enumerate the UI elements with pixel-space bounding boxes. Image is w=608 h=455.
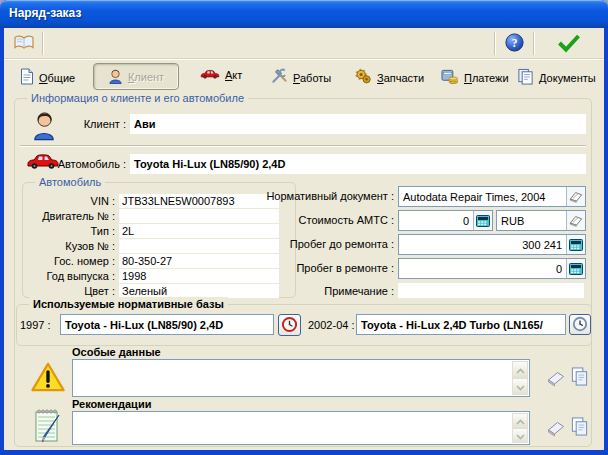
base-1997-label: 1997 : [20,319,56,331]
base-2002-label: 2002-04 : [308,319,356,331]
checkmark-icon [556,33,582,55]
mileage-during-label: Пробег в ремонте : [214,262,394,274]
window-content: ? Общие Клиент Акт Работы [4,28,604,450]
mileage-before-label: Пробег до ремонта : [214,238,394,250]
vehicle-field[interactable]: Toyota Hi-Lux (LN85/90) 2,4D [130,154,586,174]
note-field[interactable] [398,283,584,298]
field-value: Toyota - Hi-Lux 2,4D Turbo (LN165/ [357,315,565,334]
normative-doc-label: Нормативный документ : [214,190,394,202]
copy-icon [570,416,589,439]
recommendations-memo[interactable] [72,411,530,445]
chevron-up-icon [516,415,525,427]
field-value: Toyota - Hi-Lux (LN85/90) 2,4D [61,315,273,334]
toolbar-separator [42,32,44,55]
mileage-during-field[interactable]: 0 [398,258,586,279]
calculator-button[interactable] [473,211,492,230]
special-data-title: Особые данные [72,346,161,358]
tab-raboty[interactable]: Работы [271,68,331,87]
recommendations-title: Рекомендации [72,398,151,410]
clock-icon [281,316,298,335]
vehicle-cost-field[interactable]: 0 [398,210,493,231]
car-group-title: Автомобиль [35,175,105,189]
tab-akt[interactable]: Акт [200,68,242,82]
field-label: VIN : [27,195,115,207]
field-label: Цвет : [27,285,115,297]
field-label: Год выпуска : [27,270,115,282]
tools-icon [271,68,288,87]
confirm-button[interactable] [538,31,600,56]
chevron-up-icon [516,364,525,376]
special-data-memo[interactable] [72,359,530,397]
reference-book-button[interactable] [566,211,585,230]
eraser-icon [544,420,566,439]
toolbar: ? [4,28,604,59]
tab-label: Документы [539,72,596,84]
clock-icon [572,316,588,334]
toolbar-separator [533,32,535,55]
base-2002-history-button[interactable] [569,314,591,335]
base-2002-field[interactable]: Toyota - Hi-Lux 2,4D Turbo (LN165/ [356,314,566,335]
field-value: 300 241 [399,235,566,254]
notepad-icon [32,406,62,444]
calculator-button[interactable] [566,235,585,254]
memo-scrollbar[interactable] [512,413,528,443]
scroll-down-button[interactable] [512,378,528,395]
memo-text [75,413,511,443]
client-label: Клиент : [34,118,126,130]
memo-text [75,361,511,395]
field-value: 0 [399,259,566,278]
tab-zapchasti[interactable]: Запчасти [355,68,424,87]
chevron-down-icon [516,430,525,442]
base-1997-history-button[interactable] [278,314,301,336]
vehicle-cost-label: Стоимость АМТС : [214,214,394,226]
chevron-down-icon [516,381,525,393]
toolbar-separator [494,32,496,55]
mileage-before-field[interactable]: 300 241 [398,234,586,255]
reference-book-button[interactable] [566,187,585,206]
field-value: 0 [399,211,473,230]
calculator-button[interactable] [566,259,585,278]
tab-label: Общие [39,72,75,84]
recommendations-copy-button[interactable] [569,416,589,438]
field-label: Гос. номер : [27,255,115,267]
svg-text:?: ? [511,37,517,49]
parts-icon [355,68,372,87]
base-1997-field[interactable]: Toyota - Hi-Lux (LN85/90) 2,4D [60,314,274,335]
person-icon [108,68,123,86]
tab-label: Акт [225,69,242,81]
currency-field[interactable]: RUB [496,210,586,231]
memo-scrollbar[interactable] [512,361,528,395]
workorder-book-button[interactable] [10,31,38,56]
group-title: Информация о клиенте и его автомобиле [27,91,248,105]
tab-platezhi[interactable]: Платежи [441,68,509,87]
document-icon [20,68,34,87]
payments-icon [441,68,459,87]
separator [20,145,586,147]
copy-icon [570,366,589,389]
field-label: Кузов № : [27,240,115,252]
recommendations-clear-button[interactable] [544,420,566,438]
normative-doc-field[interactable]: Autodata Repair Times, 2004 [398,186,586,207]
special-copy-button[interactable] [569,366,589,388]
documents-icon [517,68,534,87]
tab-label: Платежи [464,72,509,84]
tab-label: Работы [293,72,331,84]
special-clear-button[interactable] [544,370,566,388]
scroll-up-button[interactable] [512,413,528,428]
titlebar[interactable]: Наряд-заказ [0,0,608,28]
warning-icon [30,360,66,393]
scroll-down-button[interactable] [512,428,528,443]
tab-label: Клиент [128,71,164,83]
workorder-window: Наряд-заказ ? [0,0,608,455]
bases-group-title: Используемые нормативные базы [29,297,228,311]
tab-dokumenty[interactable]: Документы [517,68,596,87]
field-label: Двигатель № : [27,210,115,222]
tab-obshchie[interactable]: Общие [20,68,75,87]
help-button[interactable]: ? [499,31,529,56]
tab-label: Запчасти [377,72,424,84]
scroll-up-button[interactable] [512,361,528,378]
note-label: Примечание : [214,285,394,297]
client-field[interactable]: Ави [130,114,586,134]
tab-klient-active[interactable]: Клиент [93,63,179,90]
field-value: Autodata Repair Times, 2004 [399,187,566,206]
